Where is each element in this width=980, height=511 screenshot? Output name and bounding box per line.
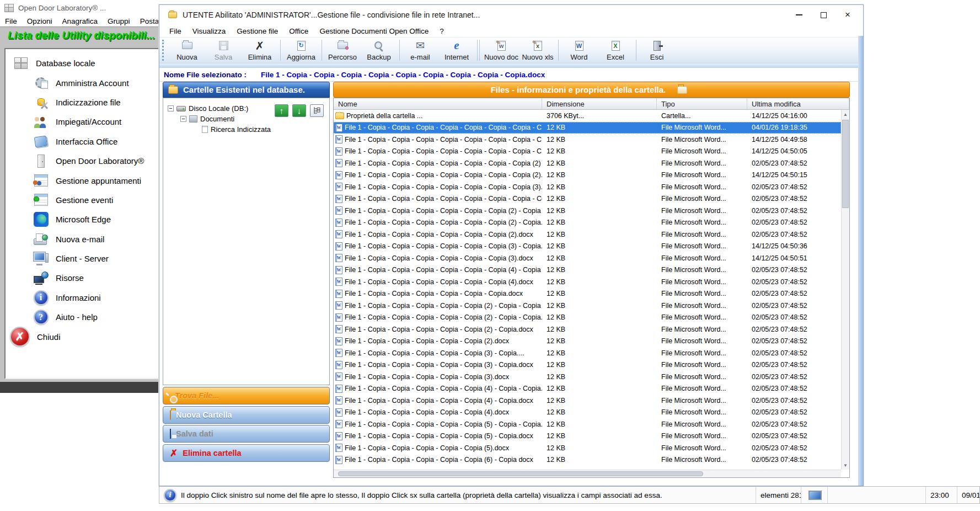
file-row[interactable]: WFile 1 - Copia - Copia - Copia - Copia …	[334, 264, 841, 276]
bg-menu-item-file[interactable]: File	[0, 17, 22, 25]
menu-item-gestione-documenti-open-office[interactable]: Gestione Documenti Open Office	[314, 27, 434, 35]
toolbar-nuovo-doc-button[interactable]: ✎wNuovo doc	[483, 38, 520, 62]
bg-menu-item-opzioni[interactable]: Opzioni	[22, 17, 57, 25]
sidebar-item-informazioni[interactable]: iInformazioni	[6, 288, 178, 307]
toolbar-drag-handle[interactable]	[162, 40, 165, 61]
sidebar-item-gestione-appuntamenti[interactable]: Gestione appuntamenti	[6, 171, 178, 190]
menu-item-visualizza[interactable]: Visualizza	[187, 27, 232, 35]
toolbar-salva-button[interactable]: Salva	[205, 38, 242, 62]
toolbar-elimina-button[interactable]: ✗Elimina	[242, 38, 278, 62]
minimize-button[interactable]	[787, 5, 811, 25]
tree-view-button[interactable]	[310, 104, 324, 117]
file-row[interactable]: WFile 1 - Copia - Copia - Copia - Copia …	[334, 442, 841, 454]
network-globe-icon	[32, 269, 50, 287]
sidebar-item-gestione-eventi[interactable]: Gestione eventi	[6, 190, 178, 210]
close-button[interactable]: ×	[836, 5, 860, 25]
sidebar-item-interfaccia-office[interactable]: Interfaccia Office	[6, 132, 178, 151]
toolbar-aggiorna-button[interactable]: ↻Aggiorna	[283, 38, 319, 62]
file-row[interactable]: WFile 1 - Copia - Copia - Copia - Copia …	[334, 169, 841, 182]
file-row[interactable]: WFile 1 - Copia - Copia - Copia - Copia …	[334, 300, 841, 312]
nuova-cartella-button[interactable]: Nuova Cartella	[163, 406, 330, 424]
sidebar-item-chiudi[interactable]: ✗Chiudi	[6, 327, 178, 346]
file-row[interactable]: WFile 1 - Copia - Copia - Copia - Copia …	[334, 312, 841, 324]
move-down-button[interactable]: ↓	[292, 104, 306, 117]
file-row[interactable]: WFile 1 - Copia - Copia - Copia - Copia …	[334, 146, 841, 158]
toolbar-excel-button[interactable]: XExcel	[597, 38, 634, 62]
file-type: File Microsoft Word...	[657, 278, 747, 286]
toolbar-e-mail-button[interactable]: ✉e-mail	[402, 38, 438, 62]
scroll-down-arrow-icon[interactable]: ▼	[842, 461, 849, 469]
file-row[interactable]: WFile 1 - Copia - Copia - Copia - Copia …	[334, 383, 841, 395]
sidebar-item-database-locale[interactable]: Database locale	[6, 54, 178, 73]
horizontal-scrollbar-thumb[interactable]	[338, 471, 703, 476]
trova-file-button[interactable]: Trova File...	[163, 387, 330, 404]
sidebar-item-aiuto-help[interactable]: ?Aiuto - help	[6, 307, 178, 327]
column-header-dimensione[interactable]: Dimensione	[542, 98, 657, 109]
bg-menu-item-gruppi[interactable]: Gruppi	[103, 17, 135, 25]
file-row[interactable]: WFile 1 - Copia - Copia - Copia - Copia …	[334, 134, 841, 146]
salva-dati-button[interactable]: Salva dati	[163, 425, 330, 443]
bg-menu-item-anagrafica[interactable]: Anagrafica	[57, 17, 103, 25]
file-size: 12 KB	[542, 385, 657, 392]
move-up-button[interactable]: ↑	[275, 104, 288, 117]
file-row[interactable]: WFile 1 - Copia - Copia - Copia - Copia …	[334, 323, 841, 336]
file-row[interactable]: WFile 1 - Copia - Copia - Copia - Copia …	[334, 122, 841, 134]
sidebar-item-impiegati-account[interactable]: Impiegati/Account	[6, 112, 178, 131]
column-header-tipo[interactable]: Tipo	[657, 98, 747, 109]
file-row[interactable]: WFile 1 - Copia - Copia - Copia - Copia …	[334, 454, 841, 466]
toolbar-nuovo-xls-button[interactable]: ✎xNuovo xls	[520, 38, 556, 62]
file-row[interactable]: WFile 1 - Copia - Copia - Copia - Copia …	[334, 181, 841, 193]
sidebar-item-risorse[interactable]: Risorse	[6, 268, 178, 288]
file-row[interactable]: WFile 1 - Copia - Copia - Copia - Copia …	[334, 252, 841, 264]
horizontal-scrollbar[interactable]	[334, 470, 841, 477]
file-row[interactable]: WFile 1 - Copia - Copia - Copia - Copia …	[334, 228, 841, 241]
maximize-button[interactable]	[811, 5, 836, 25]
sidebar-item-amministra-account[interactable]: Amministra Account	[6, 73, 178, 92]
vertical-scrollbar-thumb[interactable]	[842, 120, 849, 208]
tree-expander-icon[interactable]	[168, 105, 174, 111]
sidebar-item-open-door-laboratory[interactable]: Open Door Laboratory®	[6, 151, 178, 171]
file-row[interactable]: WFile 1 - Copia - Copia - Copia - Copia …	[334, 241, 841, 253]
sidebar-item-nuova-e-mail[interactable]: Nuova e-mail	[6, 230, 178, 249]
file-row[interactable]: WFile 1 - Copia - Copia - Copia - Copia …	[334, 157, 841, 169]
toolbar-percorso-button[interactable]: Percorso	[324, 38, 361, 62]
scroll-up-arrow-icon[interactable]: ▲	[842, 110, 849, 118]
menu-item-gestione-file[interactable]: Gestione file	[231, 27, 283, 35]
elimina-cartella-button[interactable]: ✗Elimina cartella	[163, 444, 330, 462]
file-row[interactable]: WFile 1 - Copia - Copia - Copia - Copia …	[334, 347, 841, 359]
file-row[interactable]: WFile 1 - Copia - Copia - Copia - Copia …	[334, 217, 841, 229]
file-row[interactable]: WFile 1 - Copia - Copia - Copia - Copia …	[334, 193, 841, 205]
vertical-scrollbar[interactable]: ▲ ▼	[841, 110, 849, 470]
sidebar-item-client-server[interactable]: Client - Server	[6, 249, 178, 268]
file-row[interactable]: WFile 1 - Copia - Copia - Copia - Copia …	[334, 359, 841, 371]
toolbar-nuova-button[interactable]: Nuova	[169, 38, 205, 62]
folders-panel-title: Cartelle Esistenti nel database.	[183, 85, 305, 94]
file-row[interactable]: WFile 1 - Copia - Copia - Copia - Copia …	[334, 336, 841, 348]
menu-item-file[interactable]: File	[164, 27, 187, 35]
file-row[interactable]: WFile 1 - Copia - Copia - Copia - Copia …	[334, 371, 841, 383]
file-row[interactable]: WFile 1 - Copia - Copia - Copia - Copia …	[334, 418, 841, 430]
toolbar-backup-button[interactable]: Backup	[361, 38, 397, 62]
tree-node-ricerca-indicizzata[interactable]: Ricerca Indicizzata	[167, 124, 329, 135]
column-header-ultima-modifica[interactable]: Ultima modifica	[747, 98, 849, 109]
toolbar-internet-button[interactable]: eInternet	[438, 38, 475, 62]
titlebar[interactable]: UTENTE Abilitato 'ADMINISTRATOR'...Gesti…	[159, 5, 863, 25]
tree-expander-icon[interactable]	[180, 116, 186, 122]
menu-item-office[interactable]: Office	[283, 27, 314, 35]
file-size: 12 KB	[542, 266, 657, 274]
file-row[interactable]: Proprietà della cartella ...3706 KByt...…	[334, 110, 841, 122]
sidebar-item-microsoft-edge[interactable]: Microsoft Edge	[6, 210, 178, 229]
word-file-icon: W	[335, 301, 342, 310]
file-row[interactable]: WFile 1 - Copia - Copia - Copia - Copia …	[334, 395, 841, 407]
sidebar-item-indicizzazione-file[interactable]: Indicizzazione file	[6, 93, 178, 112]
file-row[interactable]: WFile 1 - Copia - Copia - Copia - Copia …	[334, 407, 841, 419]
toolbar-word-button[interactable]: WWord	[561, 38, 597, 62]
toolbar-esci-button[interactable]: Esci	[639, 38, 675, 62]
file-row[interactable]: WFile 1 - Copia - Copia - Copia - Copia …	[334, 430, 841, 443]
file-row[interactable]: WFile 1 - Copia - Copia - Copia - Copia …	[334, 205, 841, 217]
file-row[interactable]: WFile 1 - Copia - Copia - Copia - Copia …	[334, 288, 841, 300]
menu-item-[interactable]: ?	[434, 27, 449, 35]
file-size: 12 KB	[542, 231, 657, 238]
column-header-nome[interactable]: Nome	[334, 98, 542, 109]
file-row[interactable]: WFile 1 - Copia - Copia - Copia - Copia …	[334, 276, 841, 288]
